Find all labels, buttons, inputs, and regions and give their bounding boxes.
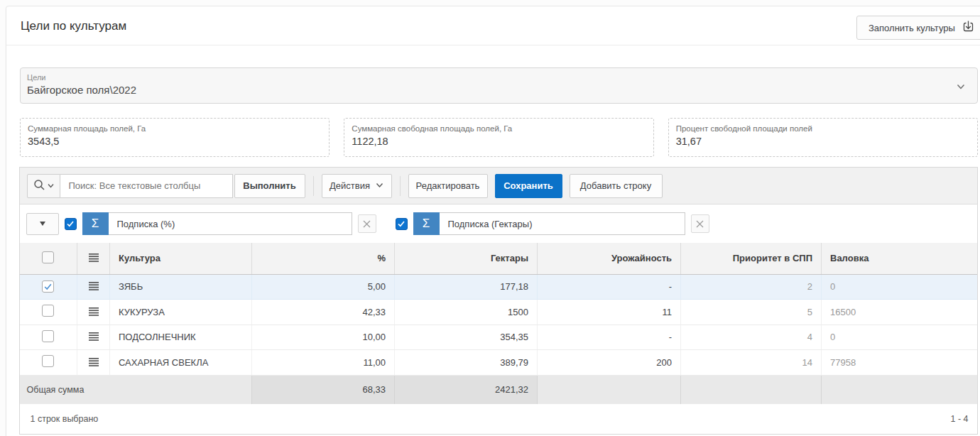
row-checkbox[interactable] [42, 305, 54, 317]
goal-select-value: Байгорское поля\2022 [27, 84, 949, 96]
table-row[interactable]: ЗЯБЬ 5,00 177,18 - 2 0 [20, 274, 977, 300]
chevron-down-icon [376, 180, 383, 191]
status-bar: 1 строк выбрано 1 - 4 [20, 404, 977, 434]
fill-crops-button[interactable]: Заполнить культуры [856, 16, 980, 40]
cell-priority[interactable]: 2 [681, 274, 822, 300]
search-icon [33, 179, 45, 193]
table-row[interactable]: ПОДСОЛНЕЧНИК 10,00 354,35 - 4 0 [20, 325, 977, 350]
aggregate-group-percent: Σ [82, 212, 352, 235]
column-header-crop[interactable]: Культура [110, 243, 252, 274]
total-label-cell: Общая сумма [20, 375, 252, 404]
cell-hectares[interactable]: 389,79 [395, 350, 538, 376]
total-label: Общая сумма [27, 385, 85, 395]
aggregate-input-percent[interactable] [109, 212, 352, 235]
cell-gross[interactable]: 16500 [822, 300, 977, 325]
search-column-button[interactable] [27, 174, 60, 198]
table-row[interactable]: КУКУРУЗА 42,33 1500 11 5 16500 [20, 300, 977, 325]
row-range-text: 1 - 4 [950, 414, 968, 424]
cell-hectares[interactable]: 354,35 [395, 325, 538, 350]
cell-priority[interactable]: 14 [681, 350, 822, 376]
field-total-area-value: 3543,5 [28, 136, 320, 147]
row-menu-icon[interactable] [89, 307, 99, 318]
summary-fields: Суммарная площадь полей, Га 3543,5 Сумма… [20, 118, 978, 157]
close-icon[interactable] [691, 214, 709, 233]
selection-dropdown-button[interactable] [26, 213, 59, 235]
cell-gross[interactable]: 0 [822, 274, 977, 300]
page-title: Цели по культурам [21, 6, 126, 45]
chevron-down-icon [956, 82, 966, 94]
total-empty-cell [538, 375, 681, 404]
field-free-area: Суммарная свободная площадь полей, Га 11… [344, 118, 653, 157]
row-select-cell [20, 325, 77, 350]
row-menu-icon[interactable] [89, 281, 99, 293]
cell-yield[interactable]: 11 [538, 300, 681, 325]
add-row-button[interactable]: Добавить строку [570, 174, 663, 198]
total-empty-cell [822, 375, 977, 404]
cell-percent[interactable]: 42,33 [252, 300, 395, 325]
cell-crop[interactable]: КУКУРУЗА [110, 300, 252, 325]
aggregate-checkbox-hectares[interactable] [396, 218, 408, 230]
aggregate-checkbox-percent[interactable] [65, 218, 77, 230]
header-menu-icon[interactable] [89, 253, 99, 264]
row-checkbox[interactable] [42, 330, 54, 342]
cell-percent[interactable]: 10,00 [252, 325, 395, 350]
field-free-percent-label: Процент свободной площади полей [676, 124, 969, 133]
cell-yield[interactable]: - [538, 325, 681, 350]
chevron-down-icon [48, 180, 54, 191]
column-header-yield[interactable]: Урожайность [538, 243, 681, 274]
column-header-hectares[interactable]: Гектары [395, 243, 538, 274]
cell-percent[interactable]: 11,00 [252, 350, 395, 376]
field-free-percent-value: 31,67 [676, 136, 969, 147]
goal-select-label: Цели [27, 73, 949, 82]
cell-priority[interactable]: 4 [681, 325, 822, 350]
region-card: Цели по культурам Заполнить культуры Цел… [6, 6, 980, 436]
cell-percent[interactable]: 5,00 [252, 274, 395, 300]
cell-priority[interactable]: 5 [681, 300, 822, 325]
actions-menu-button[interactable]: Действия [322, 174, 392, 198]
field-total-area: Суммарная площадь полей, Га 3543,5 [20, 118, 330, 157]
search-input[interactable] [60, 174, 233, 198]
grid-table: Культура % Гектары Урожайность Приоритет… [20, 243, 977, 404]
total-row: Общая сумма 68,33 2421,32 [20, 375, 977, 404]
total-empty-cell [681, 375, 822, 404]
column-header-priority[interactable]: Приоритет в СПП [681, 243, 822, 274]
aggregate-input-hectares[interactable] [440, 212, 685, 235]
row-menu-icon[interactable] [89, 357, 99, 369]
select-all-checkbox[interactable] [42, 251, 54, 263]
goal-select[interactable]: Цели Байгорское поля\2022 [20, 67, 978, 104]
cell-gross[interactable]: 77958 [822, 350, 977, 376]
close-icon[interactable] [358, 214, 376, 233]
sigma-icon[interactable]: Σ [82, 212, 109, 235]
actions-menu-label: Действия [330, 180, 370, 191]
aggregate-group-hectares: Σ [413, 212, 685, 235]
download-icon [962, 21, 974, 35]
cell-yield[interactable]: 200 [538, 350, 681, 376]
column-header-percent[interactable]: % [252, 243, 395, 274]
select-all-header [20, 243, 77, 274]
cell-crop[interactable]: ЗЯБЬ [110, 274, 252, 300]
edit-button[interactable]: Редактировать [408, 174, 488, 198]
row-menu-cell [77, 325, 110, 350]
row-menu-header [77, 243, 110, 274]
sigma-icon[interactable]: Σ [413, 212, 440, 235]
cell-crop[interactable]: САХАРНАЯ СВЕКЛА [110, 350, 252, 376]
cell-hectares[interactable]: 1500 [395, 300, 538, 325]
cell-crop[interactable]: ПОДСОЛНЕЧНИК [110, 325, 252, 350]
go-button[interactable]: Выполнить [234, 174, 305, 198]
toolbar-separator [400, 176, 401, 196]
save-button[interactable]: Сохранить [495, 174, 562, 198]
column-header-gross[interactable]: Валовка [822, 243, 977, 274]
row-select-cell [20, 274, 77, 300]
table-row[interactable]: САХАРНАЯ СВЕКЛА 11,00 389,79 200 14 7795… [20, 350, 977, 376]
interactive-grid: Выполнить Действия Редактировать Сохрани… [19, 167, 978, 435]
row-menu-icon[interactable] [89, 332, 99, 343]
total-percent: 68,33 [252, 375, 395, 404]
cell-yield[interactable]: - [538, 274, 681, 300]
total-hectares: 2421,32 [395, 375, 538, 404]
grid-toolbar: Выполнить Действия Редактировать Сохрани… [20, 168, 977, 205]
row-checkbox[interactable] [42, 355, 54, 367]
row-checkbox-checked[interactable] [42, 280, 54, 293]
cell-hectares[interactable]: 177,18 [395, 274, 538, 300]
cell-gross[interactable]: 0 [822, 325, 977, 350]
row-select-cell [20, 300, 77, 325]
